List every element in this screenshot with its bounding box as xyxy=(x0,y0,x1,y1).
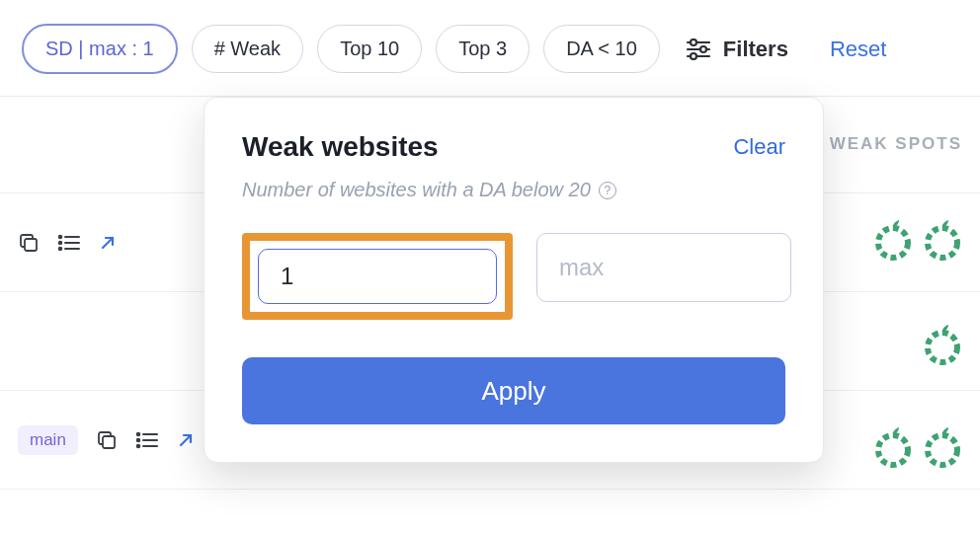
filter-pill-top10[interactable]: Top 10 xyxy=(317,25,422,73)
column-header-weak-spots: WEAK SPOTS xyxy=(830,134,962,154)
svg-point-3 xyxy=(700,46,706,52)
table-area: WEAK SPOTS main xyxy=(0,96,980,533)
svg-point-26 xyxy=(928,435,957,465)
copy-icon[interactable] xyxy=(18,232,40,254)
fruit-icon xyxy=(923,322,962,369)
row-tag[interactable]: main xyxy=(18,425,78,455)
fruit-icon xyxy=(923,424,962,472)
list-icon[interactable] xyxy=(135,430,159,450)
svg-point-14 xyxy=(878,228,908,258)
help-icon[interactable]: ? xyxy=(599,182,616,199)
svg-point-22 xyxy=(137,432,140,435)
svg-point-16 xyxy=(928,333,957,362)
popover-subtitle: Number of websites with a DA below 20 xyxy=(242,179,591,201)
sliders-icon xyxy=(686,38,711,60)
apply-button[interactable]: Apply xyxy=(242,357,785,424)
svg-rect-7 xyxy=(25,239,37,251)
svg-point-13 xyxy=(59,247,62,250)
popover-title: Weak websites xyxy=(242,131,439,163)
min-highlight xyxy=(242,233,513,320)
svg-rect-18 xyxy=(103,436,115,448)
fruit-icon xyxy=(923,217,962,265)
svg-point-5 xyxy=(691,53,696,59)
svg-point-1 xyxy=(691,39,696,45)
fruit-icon xyxy=(873,424,913,472)
copy-icon[interactable] xyxy=(96,429,118,451)
filters-button[interactable]: Filters xyxy=(686,37,788,62)
list-icon[interactable] xyxy=(57,233,81,253)
svg-point-12 xyxy=(59,241,62,244)
filter-pill-sd-max[interactable]: SD | max : 1 xyxy=(22,24,178,74)
weak-filter-popover: Weak websites Clear Number of websites w… xyxy=(204,97,824,463)
open-icon[interactable] xyxy=(177,431,195,449)
svg-point-24 xyxy=(137,444,140,447)
min-input[interactable] xyxy=(258,249,497,304)
reset-link[interactable]: Reset xyxy=(830,37,886,62)
svg-point-15 xyxy=(928,228,957,258)
fruit-icon xyxy=(873,217,913,265)
filter-pill-weak[interactable]: # Weak xyxy=(192,25,303,73)
clear-link[interactable]: Clear xyxy=(733,134,785,160)
filter-pill-da[interactable]: DA < 10 xyxy=(543,25,660,73)
svg-point-11 xyxy=(59,235,62,238)
filters-label: Filters xyxy=(723,37,788,62)
open-icon[interactable] xyxy=(99,234,117,252)
svg-point-23 xyxy=(137,438,140,441)
filter-pill-top3[interactable]: Top 3 xyxy=(436,25,530,73)
filter-bar: SD | max : 1 # Weak Top 10 Top 3 DA < 10… xyxy=(0,0,980,96)
max-input[interactable] xyxy=(536,233,791,302)
svg-point-25 xyxy=(878,435,908,465)
